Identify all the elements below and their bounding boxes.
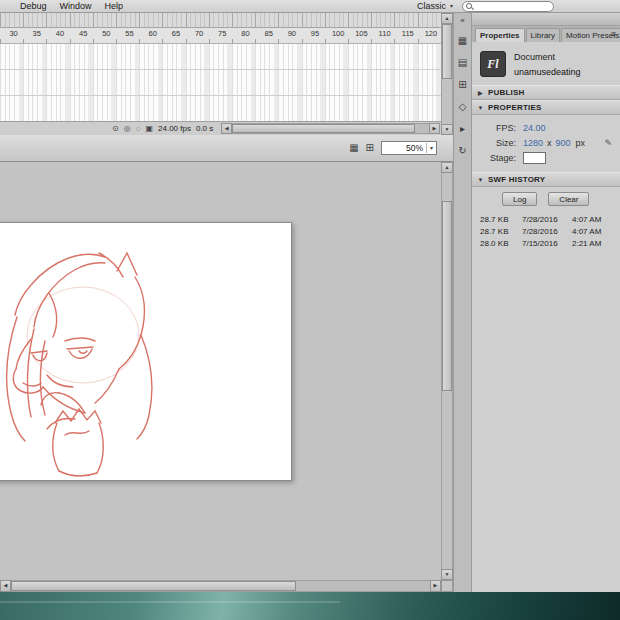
ruler-number: 80: [234, 28, 257, 43]
search-input[interactable]: [462, 1, 554, 12]
scrollbar-thumb[interactable]: [442, 24, 452, 79]
properties-panel-group: Properties Library Motion Presets ≡ Fl D…: [472, 13, 620, 592]
stage-canvas[interactable]: [0, 222, 292, 481]
panel-tabs: Properties Library Motion Presets ≡: [472, 26, 620, 43]
edit-multiple-frames-icon[interactable]: ▣: [145, 122, 153, 135]
workspace-switcher[interactable]: Classic ▾: [417, 1, 453, 11]
scroll-down-icon[interactable]: ▼: [441, 569, 453, 580]
scroll-down-icon[interactable]: ▼: [441, 124, 453, 135]
scrollbar-track[interactable]: [11, 580, 430, 592]
frame-rate-label[interactable]: 24.00 fps: [158, 124, 191, 133]
onion-skin-icon[interactable]: ◎: [124, 122, 131, 135]
stage-horizontal-scrollbar[interactable]: ◀ ▶: [0, 580, 441, 592]
ruler-number: 95: [303, 28, 326, 43]
document-type-label: Document: [514, 52, 581, 62]
clear-button[interactable]: Clear: [548, 192, 589, 206]
triangle-right-icon: ▶: [477, 89, 484, 96]
fps-value[interactable]: 24.00: [523, 123, 546, 133]
timeline-vertical-scrollbar[interactable]: ▲ ▼: [441, 13, 453, 135]
size-separator: x: [547, 138, 552, 148]
swatches-panel-icon[interactable]: ▤: [455, 56, 470, 70]
history-date: 7/28/2016: [522, 215, 572, 224]
collapsed-panels-dock: « ▦ ▤ ⊞ ◇ ▸ ↻: [453, 13, 472, 592]
chevron-down-icon: ▾: [450, 3, 453, 9]
elapsed-time-label: 0.0 s: [196, 124, 213, 133]
fps-label: FPS:: [472, 123, 516, 133]
menu-window[interactable]: Window: [60, 0, 92, 12]
stage-color-row: Stage:: [472, 150, 620, 165]
timeline-frames-grid[interactable]: [0, 44, 441, 122]
edit-symbols-icon[interactable]: ⊞: [366, 141, 374, 155]
stage-vertical-scrollbar[interactable]: ▲ ▼: [441, 162, 453, 580]
menu-items: Debug Window Help: [0, 0, 123, 12]
history-time: 4:07 AM: [572, 227, 620, 236]
triangle-down-icon: ▼: [477, 177, 484, 183]
history-panel-icon[interactable]: ↻: [455, 144, 470, 158]
ruler-number: 45: [72, 28, 95, 43]
timeline-frame-ruler[interactable]: 30 35 40 45 50 55 60 65 70 75 80 85 90 9…: [0, 28, 441, 44]
scroll-right-icon[interactable]: ▶: [429, 123, 440, 134]
history-size: 28.0 KB: [480, 239, 522, 248]
zoom-control[interactable]: 50% ▾: [381, 141, 437, 155]
fps-row: FPS: 24.00: [472, 120, 620, 135]
scrollbar-thumb[interactable]: [442, 201, 452, 391]
search-icon: [466, 3, 472, 9]
menu-bar: Debug Window Help Classic ▾: [0, 0, 620, 13]
stage-height-value[interactable]: 900: [556, 138, 571, 148]
ruler-number: 120: [419, 28, 442, 43]
center-frame-icon[interactable]: ⊙: [112, 122, 119, 135]
timeline-horizontal-scrollbar[interactable]: ◀ ▶: [221, 123, 440, 134]
swf-history-section-label: SWF HISTORY: [488, 175, 545, 184]
info-panel-icon[interactable]: ◇: [455, 100, 470, 114]
size-unit-label: px: [576, 138, 586, 148]
scroll-left-icon[interactable]: ◀: [0, 580, 11, 592]
history-date: 7/28/2016: [522, 227, 572, 236]
edit-document-settings-icon[interactable]: ✎: [604, 138, 612, 148]
scroll-right-icon[interactable]: ▶: [430, 580, 441, 592]
transform-panel-icon[interactable]: ▸: [455, 122, 470, 136]
ruler-number: 70: [188, 28, 211, 43]
workspace-label: Classic: [417, 1, 446, 11]
scrollbar-thumb[interactable]: [232, 124, 415, 133]
ruler-number: 30: [2, 28, 25, 43]
scrollbar-thumb[interactable]: [11, 581, 296, 591]
stage-color-swatch[interactable]: [523, 152, 546, 164]
scroll-up-icon[interactable]: ▲: [441, 162, 453, 173]
history-size: 28.7 KB: [480, 215, 522, 224]
align-panel-icon[interactable]: ⊞: [455, 78, 470, 92]
history-row: 28.0 KB 7/15/2016 2:21 AM: [480, 237, 620, 249]
swf-history-content: Log Clear 28.7 KB 7/28/2016 4:07 AM 28.7…: [472, 187, 620, 249]
ruler-number: 105: [350, 28, 373, 43]
swf-history-section-header[interactable]: ▼ SWF HISTORY: [472, 172, 620, 187]
tab-properties[interactable]: Properties: [475, 28, 525, 42]
properties-panel-body: Fl Document unamusedeating ▶ PUBLISH ▼ P…: [472, 42, 620, 592]
publish-section-header[interactable]: ▶ PUBLISH: [472, 85, 620, 100]
onion-skin-outlines-icon[interactable]: ◌: [136, 122, 141, 135]
edit-scene-icon[interactable]: ▦: [349, 141, 358, 155]
ruler-number: 75: [211, 28, 234, 43]
color-panel-icon[interactable]: ▦: [455, 34, 470, 48]
document-name[interactable]: unamusedeating: [514, 67, 581, 77]
tab-library[interactable]: Library: [526, 28, 560, 42]
ruler-number: 110: [373, 28, 396, 43]
pasteboard[interactable]: [0, 162, 441, 580]
size-label: Size:: [472, 138, 516, 148]
properties-section-label: PROPERTIES: [488, 103, 542, 112]
properties-section-header[interactable]: ▼ PROPERTIES: [472, 100, 620, 115]
expand-dock-icon[interactable]: «: [460, 16, 464, 26]
desktop-wallpaper: [0, 592, 620, 620]
panel-dock-header[interactable]: [472, 13, 620, 26]
history-size: 28.7 KB: [480, 227, 522, 236]
scrollbar-track[interactable]: [441, 173, 453, 569]
scroll-up-icon[interactable]: ▲: [441, 13, 453, 24]
panel-menu-icon[interactable]: ≡: [611, 29, 616, 39]
stage-label: Stage:: [472, 153, 516, 163]
scroll-left-icon[interactable]: ◀: [221, 123, 232, 134]
log-button[interactable]: Log: [502, 192, 537, 206]
menu-help[interactable]: Help: [105, 0, 124, 12]
stage-width-value[interactable]: 1280: [523, 138, 543, 148]
scrollbar-track[interactable]: [441, 24, 453, 124]
ruler-number: 35: [25, 28, 48, 43]
menu-debug[interactable]: Debug: [20, 0, 47, 12]
scrollbar-track[interactable]: [232, 123, 429, 134]
